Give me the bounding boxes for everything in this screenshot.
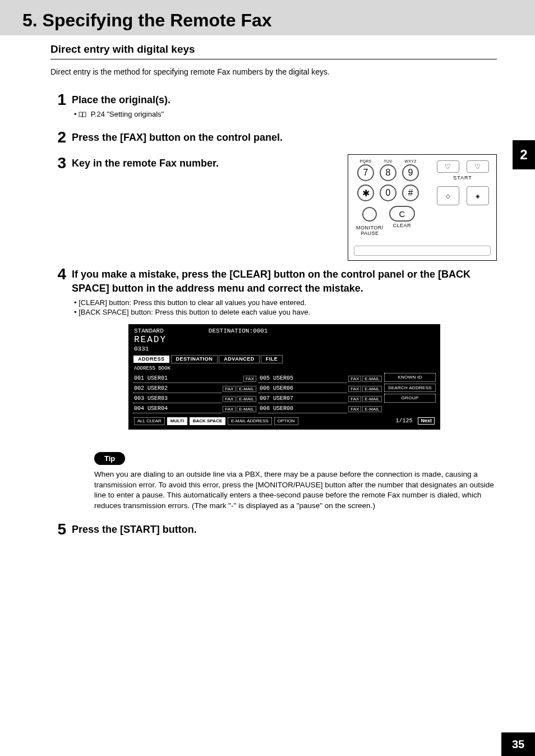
start-btn-mono: ♡ [437, 160, 459, 173]
step-2: 2 Press the [FAX] button on the control … [50, 130, 497, 145]
addr-entry: 004 USER04 [133, 405, 222, 413]
display-strip [354, 246, 491, 256]
addr-entry: 007 USER07 [259, 395, 347, 403]
email-badge: E-MAIL [362, 376, 382, 382]
panel-entered-number: 0331 [134, 345, 435, 353]
addr-entry: 008 USER08 [259, 405, 347, 413]
addr-entry: 002 USER02 [133, 385, 222, 393]
heart-outline-icon: ♡ [474, 163, 481, 170]
fax-badge: FAX [348, 406, 361, 413]
step-number: 3 [50, 155, 66, 171]
option-button: OPTION [274, 417, 298, 425]
panel-destination: DESTINATION:0001 [209, 328, 268, 335]
backspace-button-note: [BACK SPACE] button: Press this button t… [74, 308, 497, 316]
key-hash: # [402, 185, 419, 201]
back-space-button: BACK SPACE [190, 417, 225, 425]
key-clear: C [389, 206, 415, 222]
section-subhead: Direct entry with digital keys [50, 43, 497, 59]
page-indicator: 1/125 [395, 418, 412, 425]
fax-badge: FAX [223, 386, 236, 393]
tab-destination: DESTINATION [171, 355, 218, 363]
start-large-color: ◈ [467, 186, 489, 205]
diamond-fill-icon: ◈ [476, 193, 480, 199]
email-address-button: E-MAIL ADDRESS [228, 417, 272, 425]
email-badge: E-MAIL [237, 396, 256, 403]
fax-badge: FAX [243, 376, 256, 382]
step-4: 4 If you make a mistake, press the [CLEA… [50, 266, 497, 511]
email-badge: E-MAIL [362, 386, 382, 393]
start-label: START [435, 175, 491, 181]
intro-paragraph: Direct entry is the method for specifyin… [50, 67, 497, 76]
step-title: Place the original(s). [72, 93, 497, 107]
panel-mode: STANDARD [134, 328, 164, 335]
monitor-pause-label: MONITOR/ PAUSE [356, 225, 384, 236]
tip-text: When you are dialing to an outside line … [72, 469, 497, 512]
page-number: 35 [501, 732, 535, 756]
keypad-illustration: PQRS 7 TUV 8 WXYZ 9 ✱ [348, 154, 497, 261]
known-id-button: KNOWN ID [384, 373, 436, 382]
step-title: If you make a mistake, press the [CLEAR]… [72, 268, 497, 295]
step-reference: P.24 "Setting originals" [74, 110, 497, 118]
chapter-title: 5. Specifying the Remote Fax [22, 10, 535, 31]
key-monitor-pause [362, 207, 377, 222]
fax-badge: FAX [348, 386, 361, 393]
step-number: 1 [50, 92, 66, 119]
key-7: 7 [357, 164, 374, 181]
addr-entry: 005 USER05 [259, 375, 347, 383]
clear-button-note: [CLEAR] button: Press this button to cle… [74, 298, 497, 307]
key-star: ✱ [357, 185, 374, 201]
addr-entry: 006 USER06 [259, 385, 347, 393]
fax-badge: FAX [223, 396, 236, 403]
start-large-mono: ◇ [437, 186, 459, 205]
step-5: 5 Press the [START] button. [50, 522, 497, 537]
tab-file: FILE [261, 355, 283, 363]
reference-text: P.24 "Setting originals" [91, 110, 164, 118]
step-number: 5 [50, 522, 66, 537]
addr-entry: 001 USER01 [133, 375, 242, 383]
heart-outline-icon: ♡ [445, 163, 451, 170]
step-number: 2 [50, 130, 66, 145]
panel-section-label: ADDRESS BOOK [130, 365, 439, 373]
key-label-tuv: TUV [379, 159, 398, 163]
group-button: GROUP [384, 394, 436, 403]
addr-entry: 003 USER03 [133, 395, 222, 403]
section-side-tab: 2 [513, 140, 535, 169]
panel-ready: READY [134, 335, 435, 345]
email-badge: E-MAIL [362, 406, 382, 413]
email-badge: E-MAIL [237, 386, 256, 393]
tip-badge: Tip [94, 452, 125, 465]
tab-address: ADDRESS [133, 355, 170, 363]
all-clear-button: ALL CLEAR [134, 417, 165, 425]
chapter-header: 5. Specifying the Remote Fax [0, 0, 535, 35]
diamond-outline-icon: ◇ [446, 193, 450, 199]
email-badge: E-MAIL [237, 406, 256, 413]
email-badge: E-MAIL [362, 396, 382, 403]
fax-badge: FAX [223, 406, 236, 413]
fax-badge: FAX [348, 376, 361, 382]
step-title: Press the [FAX] button on the control pa… [72, 131, 497, 144]
fax-badge: FAX [348, 396, 361, 403]
search-address-button: SEARCH ADDRESS [384, 384, 436, 393]
lcd-panel-illustration: STANDARD DESTINATION:0001 READY 0331 ADD… [128, 324, 440, 430]
key-0: 0 [380, 185, 396, 201]
key-8: 8 [380, 164, 396, 181]
clear-label: CLEAR [389, 223, 415, 228]
tab-advanced: ADVANCED [219, 355, 259, 363]
next-button: Next [418, 417, 435, 425]
book-icon [79, 110, 91, 118]
key-label-pqrs: PQRS [356, 159, 375, 163]
step-1: 1 Place the original(s). P.24 "Setting o… [50, 92, 497, 119]
key-label-wxyz: WXYZ [401, 159, 420, 163]
step-title: Press the [START] button. [72, 523, 497, 536]
multi-button: MULTI [167, 417, 187, 425]
step-number: 4 [50, 266, 66, 511]
key-9: 9 [402, 164, 419, 181]
start-btn-color: ♡ [467, 160, 489, 173]
